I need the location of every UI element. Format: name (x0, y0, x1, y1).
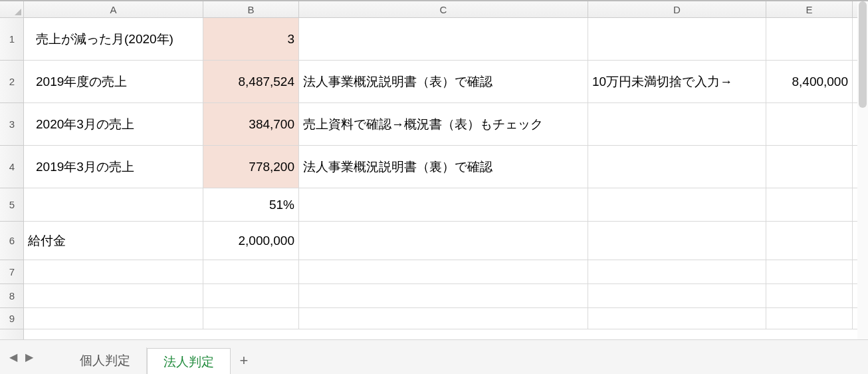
cell-B5[interactable]: 51% (203, 188, 299, 221)
cell-D7[interactable] (588, 260, 766, 283)
cell-E4[interactable] (766, 146, 853, 188)
cell-B2[interactable]: 8,487,524 (203, 61, 299, 102)
vertical-scrollbar[interactable] (857, 1, 868, 339)
sheet-tab-bar: ◀ ▶ 個人判定 法人判定 + (0, 339, 868, 374)
cell-C5[interactable] (299, 188, 588, 221)
row-header-8[interactable]: 8 (0, 284, 24, 308)
cell-C8[interactable] (299, 284, 588, 307)
row-header-5[interactable]: 5 (0, 188, 24, 222)
tab-nav-prev-icon[interactable]: ◀ (5, 349, 21, 365)
cell-E7[interactable] (766, 260, 853, 283)
cell-A3[interactable]: 2020年3月の売上 (24, 103, 203, 145)
col-header-C[interactable]: C (299, 1, 588, 18)
cell-B9[interactable] (203, 308, 299, 329)
cell-A5[interactable] (24, 188, 203, 221)
row-header-7[interactable]: 7 (0, 260, 24, 284)
row-header-9[interactable]: 9 (0, 308, 24, 329)
table-row: 2019年3月の売上778,200法人事業概況説明書（裏）で確認 (24, 146, 868, 188)
cell-D5[interactable] (588, 188, 766, 221)
cell-B4[interactable]: 778,200 (203, 146, 299, 188)
spreadsheet-grid: A B C D E 123456789 売上が減った月(2020年)32019年… (0, 0, 868, 339)
cell-E9[interactable] (766, 308, 853, 329)
cell-B6[interactable]: 2,000,000 (203, 222, 299, 260)
cell-C7[interactable] (299, 260, 588, 283)
col-header-E[interactable]: E (766, 1, 853, 18)
cell-C4[interactable]: 法人事業概況説明書（裏）で確認 (299, 146, 588, 188)
cell-D1[interactable] (588, 18, 766, 60)
cell-A9[interactable] (24, 308, 203, 329)
cell-A4[interactable]: 2019年3月の売上 (24, 146, 203, 188)
cell-B3[interactable]: 384,700 (203, 103, 299, 145)
table-row (24, 284, 868, 308)
cell-A6[interactable]: 給付金 (24, 222, 203, 260)
cell-B1[interactable]: 3 (203, 18, 299, 60)
cell-A8[interactable] (24, 284, 203, 307)
table-row: 給付金2,000,000 (24, 222, 868, 260)
sheet-tabs: 個人判定 法人判定 + (64, 340, 257, 374)
cell-B7[interactable] (203, 260, 299, 283)
table-row (24, 260, 868, 284)
row-header-1[interactable]: 1 (0, 18, 24, 61)
cell-C6[interactable] (299, 222, 588, 260)
row-header-6[interactable]: 6 (0, 222, 24, 260)
table-row: 2020年3月の売上384,700売上資料で確認→概況書（表）もチェック (24, 103, 868, 146)
cell-D8[interactable] (588, 284, 766, 307)
table-row: 売上が減った月(2020年)3 (24, 18, 868, 61)
col-header-B[interactable]: B (203, 1, 299, 18)
tab-personal[interactable]: 個人判定 (64, 347, 147, 374)
scrollbar-thumb[interactable] (859, 1, 867, 108)
cell-E6[interactable] (766, 222, 853, 260)
cell-A7[interactable] (24, 260, 203, 283)
cells-area: 売上が減った月(2020年)32019年度の売上8,487,524法人事業概況説… (24, 18, 868, 339)
cell-D2[interactable]: 10万円未満切捨で入力→ (588, 61, 766, 102)
cell-B8[interactable] (203, 284, 299, 307)
col-header-D[interactable]: D (588, 1, 766, 18)
tab-corporate[interactable]: 法人判定 (147, 348, 231, 374)
tab-nav-next-icon[interactable]: ▶ (21, 349, 37, 365)
select-all-corner[interactable] (0, 1, 24, 18)
cell-D3[interactable] (588, 103, 766, 145)
cell-D4[interactable] (588, 146, 766, 188)
cell-E8[interactable] (766, 284, 853, 307)
cell-A2[interactable]: 2019年度の売上 (24, 61, 203, 102)
row-headers: 123456789 (0, 18, 24, 339)
cell-C9[interactable] (299, 308, 588, 329)
column-headers: A B C D E (24, 1, 868, 18)
cell-E5[interactable] (766, 188, 853, 221)
row-header-2[interactable]: 2 (0, 61, 24, 103)
row-header-3[interactable]: 3 (0, 103, 24, 146)
cell-A1[interactable]: 売上が減った月(2020年) (24, 18, 203, 60)
cell-C3[interactable]: 売上資料で確認→概況書（表）もチェック (299, 103, 588, 145)
cell-E2[interactable]: 8,400,000 (766, 61, 853, 102)
cell-D9[interactable] (588, 308, 766, 329)
table-row (24, 308, 868, 329)
table-row: 2019年度の売上8,487,524法人事業概況説明書（表）で確認10万円未満切… (24, 61, 868, 103)
add-sheet-button[interactable]: + (231, 347, 257, 374)
table-row: 51% (24, 188, 868, 222)
cell-E3[interactable] (766, 103, 853, 145)
col-header-A[interactable]: A (24, 1, 203, 18)
cell-C1[interactable] (299, 18, 588, 60)
cell-C2[interactable]: 法人事業概況説明書（表）で確認 (299, 61, 588, 102)
cell-D6[interactable] (588, 222, 766, 260)
cell-E1[interactable] (766, 18, 853, 60)
row-header-4[interactable]: 4 (0, 146, 24, 188)
